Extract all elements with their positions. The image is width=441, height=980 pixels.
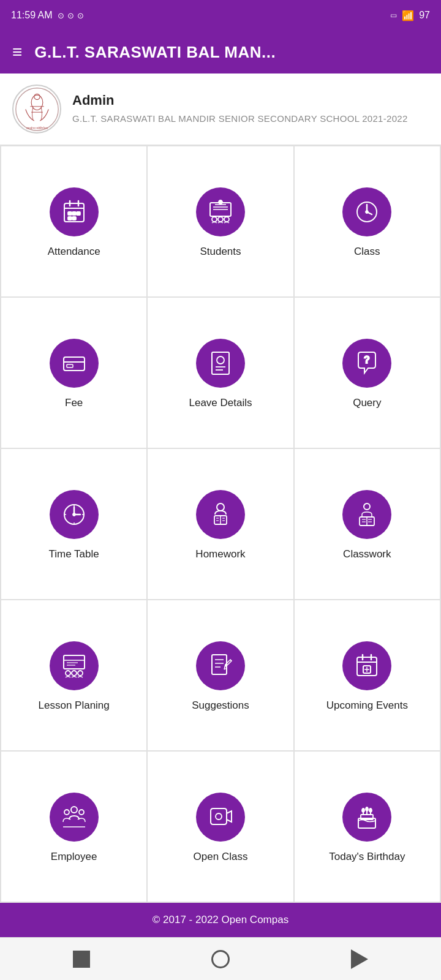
- svg-rect-12: [77, 212, 80, 215]
- app-header: ≡ G.L.T. SARASWATI BAL MAN...: [0, 31, 441, 74]
- icon-dnd3: ⊙: [77, 11, 84, 20]
- svg-point-21: [218, 217, 223, 222]
- timetable-icon: [61, 501, 88, 528]
- timetable-label: Time Table: [49, 548, 99, 561]
- menu-item-suggestions[interactable]: Suggestions: [148, 600, 293, 750]
- query-icon-circle: ?: [342, 339, 391, 388]
- upcoming-events-label: Upcoming Events: [326, 699, 408, 712]
- profile-section: तमसो मा ज्योतिर्गमय Admin G.L.T. SARASWA…: [0, 74, 441, 145]
- leave-icon-circle: [196, 339, 245, 388]
- query-label: Query: [353, 396, 381, 410]
- svg-point-62: [72, 671, 77, 676]
- fee-icon-circle: [50, 339, 99, 388]
- menu-item-upcoming-events[interactable]: Upcoming Events: [295, 600, 440, 750]
- menu-item-query[interactable]: ? Query: [295, 298, 440, 448]
- leave-icon: [207, 350, 234, 377]
- menu-item-attendance[interactable]: Attendance: [1, 146, 146, 296]
- menu-item-class[interactable]: Class: [295, 146, 440, 296]
- attendance-label: Attendance: [48, 245, 100, 258]
- menu-item-students[interactable]: Students: [148, 146, 293, 296]
- class-label: Class: [354, 245, 380, 258]
- hamburger-menu-button[interactable]: ≡: [12, 43, 22, 61]
- nav-square-button[interactable]: [70, 948, 92, 970]
- svg-rect-64: [212, 655, 227, 674]
- nav-back-button[interactable]: [349, 948, 371, 970]
- lesson-icon-circle: [50, 641, 99, 690]
- svg-point-19: [219, 200, 222, 204]
- svg-rect-11: [72, 212, 76, 215]
- students-label: Students: [200, 245, 241, 258]
- svg-point-89: [366, 807, 368, 811]
- timetable-icon-circle: [50, 490, 99, 539]
- leave-details-label: Leave Details: [189, 396, 252, 410]
- status-icons: ⊙ ⊙ ⊙: [58, 11, 84, 20]
- wifi-icon: 📶: [402, 10, 414, 21]
- status-bar: 11:59 AM ⊙ ⊙ ⊙ ▭ 📶 97: [0, 0, 441, 31]
- suggestions-label: Suggestions: [192, 699, 249, 712]
- openclass-icon: [207, 804, 234, 831]
- svg-rect-57: [64, 655, 85, 669]
- svg-point-90: [369, 809, 372, 812]
- battery-display: 97: [419, 10, 430, 21]
- birthday-icon: [353, 804, 380, 831]
- homework-icon: [207, 501, 234, 528]
- app-footer: © 2017 - 2022 Open Compas: [0, 903, 441, 937]
- fee-label: Fee: [65, 396, 83, 410]
- menu-item-leave-details[interactable]: Leave Details: [148, 298, 293, 448]
- nav-bar: [0, 937, 441, 980]
- svg-rect-27: [64, 357, 85, 371]
- svg-rect-30: [212, 352, 229, 374]
- menu-item-employee[interactable]: Employee: [1, 752, 146, 902]
- copyright-text: © 2017 - 2022 Open Compas: [153, 914, 288, 925]
- classwork-icon-circle: [342, 490, 391, 539]
- students-icon-circle: [196, 187, 245, 236]
- status-bar-right: ▭ 📶 97: [390, 10, 430, 21]
- employee-icon-circle: [50, 793, 99, 842]
- suggestions-icon: [207, 652, 234, 679]
- employee-label: Employee: [51, 850, 97, 864]
- menu-item-open-class[interactable]: Open Class: [148, 752, 293, 902]
- nav-home-button[interactable]: [209, 948, 232, 970]
- class-icon: [353, 198, 380, 225]
- icon-dnd2: ⊙: [67, 11, 74, 20]
- svg-line-69: [230, 660, 232, 661]
- svg-point-88: [362, 809, 364, 812]
- menu-item-lesson-planing[interactable]: Lesson Planing: [1, 600, 146, 750]
- svg-rect-29: [67, 364, 73, 368]
- svg-point-82: [216, 813, 222, 820]
- fee-icon: [61, 350, 88, 377]
- svg-rect-10: [68, 212, 72, 215]
- events-icon: [353, 652, 380, 679]
- nav-circle-icon: [211, 950, 230, 968]
- openclass-icon-circle: [196, 793, 245, 842]
- lesson-planing-label: Lesson Planing: [39, 699, 110, 712]
- school-logo-svg: तमसो मा ज्योतिर्गमय: [14, 86, 60, 132]
- menu-item-fee[interactable]: Fee: [1, 298, 146, 448]
- homework-icon-circle: [196, 490, 245, 539]
- menu-item-homework[interactable]: Homework: [148, 449, 293, 599]
- attendance-icon: [61, 198, 88, 225]
- svg-point-63: [78, 671, 83, 676]
- menu-item-time-table[interactable]: Time Table: [1, 449, 146, 599]
- employee-icon: [61, 804, 88, 831]
- menu-grid: Attendance Students: [0, 145, 441, 903]
- svg-point-78: [64, 810, 69, 815]
- svg-point-22: [224, 217, 229, 222]
- svg-point-38: [73, 513, 75, 516]
- suggestions-icon-circle: [196, 641, 245, 690]
- svg-text:तमसो मा ज्योतिर्गमय: तमसो मा ज्योतिर्गमय: [25, 126, 48, 130]
- profile-info: Admin G.L.T. SARASWATI BAL MANDIR SENIOR…: [72, 92, 408, 126]
- menu-item-classwork[interactable]: Classwork: [295, 449, 440, 599]
- school-logo: तमसो मा ज्योतिर्गमय: [12, 85, 61, 134]
- svg-point-43: [217, 503, 224, 511]
- nav-triangle-icon: [351, 949, 368, 969]
- classwork-icon: [353, 501, 380, 528]
- birthday-icon-circle: [342, 793, 391, 842]
- icon-dnd1: ⊙: [58, 11, 64, 20]
- todays-birthday-label: Today's Birthday: [329, 850, 405, 864]
- lesson-icon: [61, 652, 88, 679]
- open-class-label: Open Class: [194, 850, 248, 864]
- svg-point-26: [366, 211, 368, 213]
- menu-item-todays-birthday[interactable]: Today's Birthday: [295, 752, 440, 902]
- classwork-label: Classwork: [343, 548, 391, 561]
